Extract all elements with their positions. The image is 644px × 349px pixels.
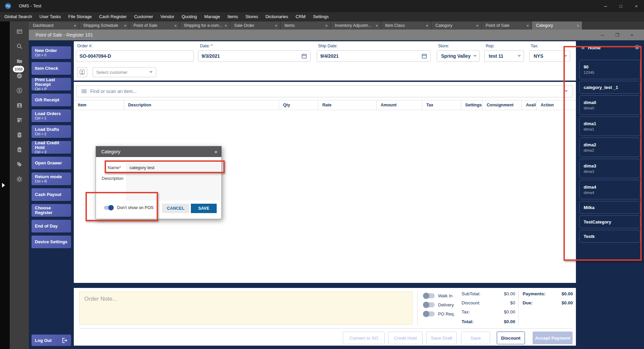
menu-customer[interactable]: Customer xyxy=(130,12,157,21)
col-action[interactable]: Action xyxy=(537,100,576,110)
menu-stores[interactable]: Stores xyxy=(242,12,262,21)
menu-global-search[interactable]: Global Search xyxy=(1,12,36,21)
tab-point-of-sale[interactable]: Point of Sale× xyxy=(129,21,180,30)
tab-sale-order[interactable]: Sale Order× xyxy=(230,21,280,30)
menu-crm[interactable]: CRM xyxy=(292,12,309,21)
expand-panel-arrow-icon[interactable] xyxy=(2,183,5,188)
category-card[interactable]: TestCategory xyxy=(579,215,640,228)
rep-select[interactable]: test 11 xyxy=(484,50,524,62)
col-settings[interactable]: Settings xyxy=(461,100,483,110)
toggle-knob[interactable] xyxy=(423,293,429,299)
dashboard-icon[interactable] xyxy=(10,24,29,39)
settings-gear-icon[interactable] xyxy=(10,172,29,187)
col-description[interactable]: Description xyxy=(124,100,279,110)
toggle-track[interactable] xyxy=(423,302,435,307)
col-avail[interactable]: Avail xyxy=(522,100,537,110)
log-out-button[interactable]: Log Out xyxy=(32,335,71,346)
tab-item-class[interactable]: Item Class× xyxy=(381,21,431,30)
discount-button[interactable]: Discount xyxy=(497,332,525,344)
cancel-button[interactable]: CANCEL xyxy=(162,204,189,213)
load-credit-hold-button[interactable]: Load Credit HoldCtrl + 3 xyxy=(32,141,71,154)
col-qty[interactable]: Qty xyxy=(279,100,318,110)
toggle-knob[interactable] xyxy=(423,311,429,317)
hamburger-icon[interactable]: ≡ xyxy=(581,45,585,51)
col-item[interactable]: Item xyxy=(74,100,124,110)
category-card[interactable]: Testk xyxy=(579,230,640,243)
cash-payout-button[interactable]: Cash Payout xyxy=(32,188,71,201)
tab-close-icon[interactable]: × xyxy=(122,23,126,28)
menu-cash-register[interactable]: Cash Register xyxy=(96,12,130,21)
menu-manage[interactable]: Manage xyxy=(201,12,224,21)
choose-register-button[interactable]: Choose Register xyxy=(32,204,71,217)
search-icon[interactable] xyxy=(10,39,29,54)
minimize-icon[interactable]: ─ xyxy=(598,0,613,12)
accept-payment-button[interactable]: Accept Payment xyxy=(533,332,573,344)
menu-quoting[interactable]: Quoting xyxy=(178,12,201,21)
toggle-knob[interactable] xyxy=(423,302,429,308)
select-customer-dropdown[interactable]: Select customer xyxy=(93,67,156,77)
menu-settings[interactable]: Settings xyxy=(309,12,332,21)
save-button[interactable]: SAVE xyxy=(191,204,217,213)
tab-category[interactable]: Category× xyxy=(431,21,482,30)
panel-gear-icon[interactable] xyxy=(634,44,640,51)
load-orders-button[interactable]: Load OrdersCtrl + 1 xyxy=(32,109,71,122)
tab-shipping-ecom[interactable]: Shipping for e-com...× xyxy=(180,21,230,30)
date-input[interactable]: 9/3/2021 xyxy=(198,50,311,62)
tab-close-icon[interactable]: × xyxy=(323,23,328,28)
order-number-input[interactable]: SO-0047094-D xyxy=(76,50,194,62)
tab-close-icon[interactable]: × xyxy=(172,23,177,28)
tab-close-icon[interactable]: × xyxy=(373,23,378,28)
chevron-down-icon[interactable] xyxy=(565,90,568,92)
calendar-icon[interactable] xyxy=(302,53,307,59)
tab-close-icon[interactable]: × xyxy=(474,23,479,28)
tab-shipping-schedule[interactable]: Shipping Schedule× xyxy=(79,21,129,30)
calendar-icon[interactable] xyxy=(422,53,427,59)
toggle-track[interactable] xyxy=(423,311,435,316)
save-button[interactable]: Save xyxy=(461,332,490,344)
col-amount[interactable]: Amount xyxy=(377,100,422,110)
toggle-track[interactable] xyxy=(104,206,113,210)
menu-vendor[interactable]: Vendor xyxy=(157,12,178,21)
tag-icon[interactable] xyxy=(10,157,29,172)
col-consignment[interactable]: Consignment xyxy=(483,100,522,110)
menu-user-tasks[interactable]: User Tasks xyxy=(36,12,64,21)
name-input[interactable]: category test xyxy=(126,163,221,172)
gift-receipt-button[interactable]: Gift Receipt xyxy=(32,94,71,106)
item-check-button[interactable]: Item Check xyxy=(32,62,71,75)
col-rate[interactable]: Rate xyxy=(318,100,377,110)
maximize-icon[interactable]: □ xyxy=(613,0,629,12)
payments-dollar-icon[interactable]: $ xyxy=(10,83,29,98)
tab-close-icon[interactable]: × xyxy=(222,23,227,28)
category-card[interactable]: dima2dima2 xyxy=(579,138,640,157)
customer-card-button[interactable] xyxy=(77,67,87,77)
return-mode-button[interactable]: Return modeCtrl + R xyxy=(32,172,71,185)
modal-close-icon[interactable]: × xyxy=(214,149,217,155)
tab-category-active[interactable]: Category× xyxy=(532,21,582,30)
category-card[interactable]: dima3dima3 xyxy=(579,159,640,178)
device-settings-button[interactable]: Device Settings xyxy=(32,236,71,248)
tab-close-icon[interactable]: × xyxy=(71,23,76,28)
tab-items[interactable]: Items× xyxy=(280,21,331,30)
walk-in-toggle[interactable]: Walk In xyxy=(423,293,452,298)
help-clipboard-icon[interactable]: ? xyxy=(10,128,29,142)
inner-minimize-icon[interactable]: ─ xyxy=(595,33,610,38)
po-req-toggle[interactable]: PO Req. xyxy=(423,311,455,316)
contacts-icon[interactable] xyxy=(10,98,29,113)
category-card[interactable]: category_test _1 xyxy=(579,81,640,94)
menu-dictionaries[interactable]: Dictionaries xyxy=(262,12,292,21)
menu-items[interactable]: Items xyxy=(224,12,242,21)
inner-close-icon[interactable]: × xyxy=(625,33,639,38)
new-order-button[interactable]: New OrderCtrl + 0 xyxy=(32,46,71,59)
col-tax[interactable]: Tax xyxy=(422,100,461,110)
tab-close-icon[interactable]: × xyxy=(273,23,277,28)
load-drafts-button[interactable]: Load DraftsCtrl + 2 xyxy=(32,125,71,138)
dont-show-on-pos-toggle[interactable]: Don't show on POS xyxy=(104,205,154,210)
category-card[interactable]: dima0dima0 xyxy=(579,95,640,115)
order-note-input[interactable] xyxy=(79,291,413,325)
ship-date-input[interactable]: 9/4/2021 xyxy=(317,50,431,62)
tab-dashboard[interactable]: Dashboard× xyxy=(29,21,79,30)
category-card[interactable]: 9012345 xyxy=(579,60,640,79)
tab-close-icon[interactable]: × xyxy=(575,23,579,28)
store-select[interactable]: Spring Valley xyxy=(437,50,480,62)
menu-file-storage[interactable]: File Storage xyxy=(64,12,95,21)
